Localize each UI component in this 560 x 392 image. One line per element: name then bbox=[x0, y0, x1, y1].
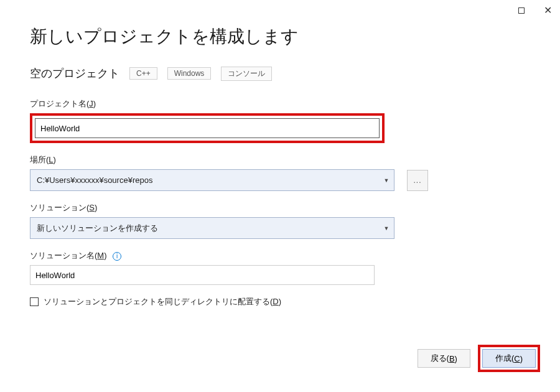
project-name-group: プロジェクト名(J) bbox=[30, 98, 530, 143]
location-row: C:¥Users¥xxxxxx¥source¥repos ▼ ... bbox=[30, 169, 530, 191]
create-button[interactable]: 作成(C) bbox=[482, 349, 536, 368]
solution-name-input[interactable] bbox=[30, 265, 375, 285]
same-dir-checkbox[interactable] bbox=[30, 297, 39, 306]
dialog-footer: 戻る(B) 作成(C) bbox=[418, 345, 540, 372]
solution-name-label: ソリューション名(M) i bbox=[30, 250, 530, 261]
chevron-down-icon: ▼ bbox=[379, 170, 394, 190]
solution-name-group: ソリューション名(M) i bbox=[30, 250, 530, 285]
dialog-content: 新しいプロジェクトを構成します 空のプロジェクト C++ Windows コンソ… bbox=[0, 0, 560, 307]
close-button[interactable]: ✕ bbox=[540, 3, 555, 18]
maximize-button[interactable] bbox=[514, 3, 529, 18]
info-icon[interactable]: i bbox=[113, 252, 121, 261]
page-title: 新しいプロジェクトを構成します bbox=[30, 25, 530, 49]
project-name-label: プロジェクト名(J) bbox=[30, 98, 530, 110]
window-controls: ✕ bbox=[514, 3, 555, 18]
close-icon: ✕ bbox=[544, 6, 552, 16]
solution-label: ソリューション(S) bbox=[30, 202, 530, 213]
template-tag: C++ bbox=[129, 67, 157, 80]
browse-button[interactable]: ... bbox=[407, 170, 428, 191]
solution-combo[interactable]: 新しいソリューションを作成する ▼ bbox=[30, 217, 394, 239]
template-row: 空のプロジェクト C++ Windows コンソール bbox=[30, 66, 530, 81]
solution-group: ソリューション(S) 新しいソリューションを作成する ▼ bbox=[30, 202, 530, 239]
location-value: C:¥Users¥xxxxxx¥source¥repos bbox=[37, 175, 152, 185]
location-label: 場所(L) bbox=[30, 154, 530, 166]
same-dir-label: ソリューションとプロジェクトを同じディレクトリに配置する(D) bbox=[44, 296, 281, 307]
back-button[interactable]: 戻る(B) bbox=[418, 349, 470, 368]
chevron-down-icon: ▼ bbox=[379, 218, 394, 238]
project-name-input[interactable] bbox=[35, 118, 380, 138]
same-dir-row: ソリューションとプロジェクトを同じディレクトリに配置する(D) bbox=[30, 296, 530, 307]
template-name: 空のプロジェクト bbox=[30, 66, 119, 81]
create-highlight: 作成(C) bbox=[478, 345, 540, 372]
location-combo[interactable]: C:¥Users¥xxxxxx¥source¥repos ▼ bbox=[30, 169, 394, 191]
project-name-highlight bbox=[30, 113, 385, 143]
template-tag: Windows bbox=[167, 67, 212, 80]
maximize-icon bbox=[518, 7, 525, 14]
location-group: 場所(L) C:¥Users¥xxxxxx¥source¥repos ▼ ... bbox=[30, 154, 530, 191]
solution-value: 新しいソリューションを作成する bbox=[37, 223, 158, 234]
browse-label: ... bbox=[413, 176, 421, 185]
template-tag: コンソール bbox=[221, 67, 272, 81]
